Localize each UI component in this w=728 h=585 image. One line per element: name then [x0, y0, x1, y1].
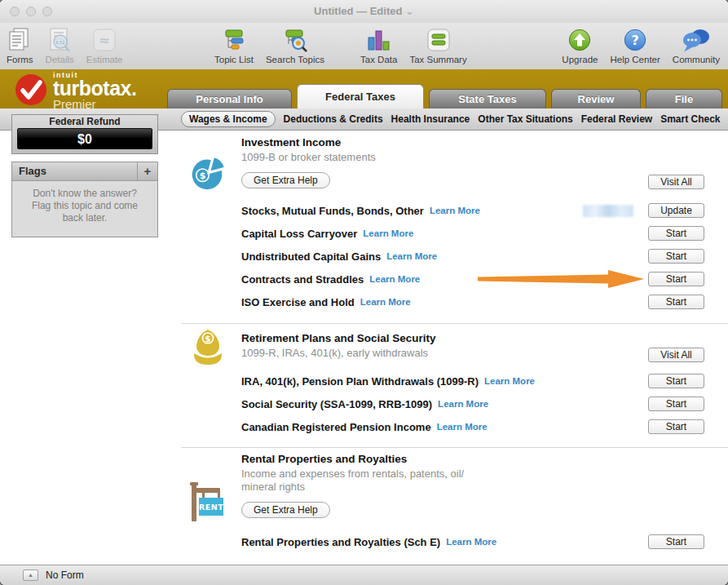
close-button[interactable] — [10, 7, 20, 16]
topics-content: $Investment Income1099-B or broker state… — [181, 131, 728, 563]
get-extra-help-button[interactable]: Get Extra Help — [241, 172, 330, 188]
topic-label: Rental Properties and Royalties (Sch E) — [241, 536, 440, 548]
topic-row: IRA, 401(k), Pension Plan Withdrawals (1… — [241, 370, 728, 392]
toolbar-button-label: Tax Data — [360, 55, 397, 64]
refund-title: Federal Refund — [12, 115, 157, 129]
visit-all-button[interactable]: Visit All — [648, 175, 704, 189]
learn-more-link[interactable]: Learn More — [446, 537, 496, 547]
topic-row-actions: Start — [648, 397, 704, 411]
section-investment-income: $Investment Income1099-B or broker state… — [181, 131, 728, 324]
learn-more-link[interactable]: Learn More — [360, 297, 411, 307]
estimate-icon: ≈ — [91, 25, 117, 55]
section-title: Retirement Plans and Social Security — [241, 324, 728, 344]
section-subtitle: Income and expenses from rentals, patent… — [241, 468, 728, 494]
toolbar-button-label: Search Topics — [266, 55, 324, 64]
refund-amount: $0 — [17, 128, 152, 149]
minimize-button[interactable] — [26, 7, 36, 16]
pointer-arrow-icon — [478, 270, 645, 288]
section-retirement-plans-and-social-security: $Retirement Plans and Social Security109… — [181, 324, 728, 448]
svg-text:$: $ — [205, 334, 210, 343]
status-bar: ▲ No Form — [0, 565, 728, 585]
toolbar-button-topic-list[interactable]: Topic List — [214, 25, 254, 64]
toolbar-button-tax-data[interactable]: Tax Data — [360, 25, 397, 64]
update-button[interactable]: Update — [648, 203, 704, 218]
toolbar-button-forms[interactable]: Forms — [7, 25, 33, 64]
start-button[interactable]: Start — [648, 249, 704, 264]
toolbar-group-tax: Tax DataTax Summary — [360, 25, 467, 64]
topic-label: Canadian Registered Pension Income — [241, 421, 431, 433]
tab-file[interactable]: File — [646, 89, 722, 109]
tab-state-taxes[interactable]: State Taxes — [429, 89, 546, 109]
brand-product: turbotax. — [53, 78, 136, 98]
subtab-federal-review[interactable]: Federal Review — [581, 113, 652, 125]
toolbar-button-tax-summary[interactable]: Tax Summary — [409, 25, 466, 64]
flags-title: Flags — [12, 162, 137, 180]
flags-header: Flags + — [12, 162, 157, 181]
get-extra-help-button[interactable]: Get Extra Help — [241, 502, 330, 518]
topic-row: ISO Exercise and HoldLearn MoreStart — [241, 290, 728, 313]
flags-hint-text: Don't know the answer? Flag this topic a… — [12, 181, 157, 231]
topic-row-actions: Update — [583, 203, 704, 218]
learn-more-link[interactable]: Learn More — [363, 228, 413, 238]
topic-row-actions: Start — [648, 419, 704, 434]
svg-text:6.52: 6.52 — [56, 40, 65, 45]
section-title: Investment Income — [241, 131, 728, 148]
start-button[interactable]: Start — [648, 295, 704, 309]
toolbar-button-label: Estimate — [86, 55, 123, 64]
toolbar: Forms6.52Details≈EstimateTopic ListSearc… — [0, 23, 728, 69]
topic-label: Undistributed Capital Gains — [241, 250, 381, 263]
svg-text:?: ? — [632, 33, 639, 48]
topic-row-actions: Start — [648, 226, 704, 241]
community-icon — [682, 25, 710, 55]
subtab-smart-check[interactable]: Smart Check — [660, 113, 720, 125]
flags-panel: Flags + Don't know the answer? Flag this… — [11, 162, 158, 237]
window-controls — [10, 7, 52, 16]
tab-review[interactable]: Review — [551, 89, 641, 109]
window-title: Untitled — Edited ⌄ — [0, 0, 728, 23]
form-panel-toggle-button[interactable]: ▲ — [23, 569, 38, 581]
start-button[interactable]: Start — [648, 534, 704, 549]
start-button[interactable]: Start — [648, 374, 704, 388]
learn-more-link[interactable]: Learn More — [369, 274, 420, 284]
topic-row-actions: Start — [648, 249, 704, 264]
subtab-deductions-credits[interactable]: Deductions & Credits — [284, 113, 383, 125]
start-button[interactable]: Start — [648, 272, 704, 286]
learn-more-link[interactable]: Learn More — [437, 422, 488, 432]
toolbar-group-topics: Topic ListSearch Topics — [214, 25, 324, 64]
add-flag-button[interactable]: + — [137, 162, 157, 180]
start-button[interactable]: Start — [648, 397, 704, 411]
subtab-wages-income[interactable]: Wages & Income — [181, 111, 276, 127]
zoom-button[interactable] — [42, 7, 52, 16]
subtab-other-tax-situations[interactable]: Other Tax Situations — [478, 113, 572, 125]
learn-more-link[interactable]: Learn More — [386, 251, 437, 261]
section-rental-properties-and-royalties: RENTRental Properties and RoyaltiesIncom… — [181, 448, 728, 563]
svg-text:RENT: RENT — [199, 503, 223, 512]
toolbar-button-search-topics[interactable]: Search Topics — [266, 25, 324, 64]
rent-sign-icon: RENT — [188, 481, 224, 526]
start-button[interactable]: Start — [648, 419, 704, 434]
visit-all-button[interactable]: Visit All — [648, 348, 704, 362]
federal-refund-panel: Federal Refund $0 — [11, 114, 158, 154]
chevron-down-icon[interactable]: ⌄ — [405, 5, 414, 17]
toolbar-button-label: Forms — [7, 55, 33, 64]
topic-label: Social Security (SSA-1099, RRB-1099) — [241, 398, 432, 410]
toolbar-button-label: Details — [46, 55, 74, 64]
toolbar-button-upgrade[interactable]: Upgrade — [562, 25, 598, 64]
subtab-health-insurance[interactable]: Health Insurance — [391, 113, 470, 125]
learn-more-link[interactable]: Learn More — [438, 399, 488, 409]
toolbar-group-documents: Forms6.52Details≈Estimate — [7, 25, 123, 64]
section-title: Rental Properties and Royalties — [241, 448, 728, 465]
topic-rows: Stocks, Mutual Funds, Bonds, OtherLearn … — [241, 199, 728, 313]
toolbar-button-community[interactable]: Community — [673, 25, 720, 64]
learn-more-link[interactable]: Learn More — [430, 206, 480, 215]
learn-more-link[interactable]: Learn More — [484, 376, 535, 386]
topic-label: ISO Exercise and Hold — [241, 296, 355, 308]
toolbar-button-help-center[interactable]: ?Help Center — [610, 25, 660, 64]
topic-row: Canadian Registered Pension IncomeLearn … — [241, 415, 728, 438]
tab-personal-info[interactable]: Personal Info — [167, 89, 292, 109]
topic-label: IRA, 401(k), Pension Plan Withdrawals (1… — [241, 375, 479, 388]
start-button[interactable]: Start — [648, 226, 704, 241]
tax-data-icon — [367, 25, 391, 55]
tab-federal-taxes[interactable]: Federal Taxes — [297, 84, 424, 109]
toolbar-button-estimate: ≈Estimate — [86, 25, 123, 64]
